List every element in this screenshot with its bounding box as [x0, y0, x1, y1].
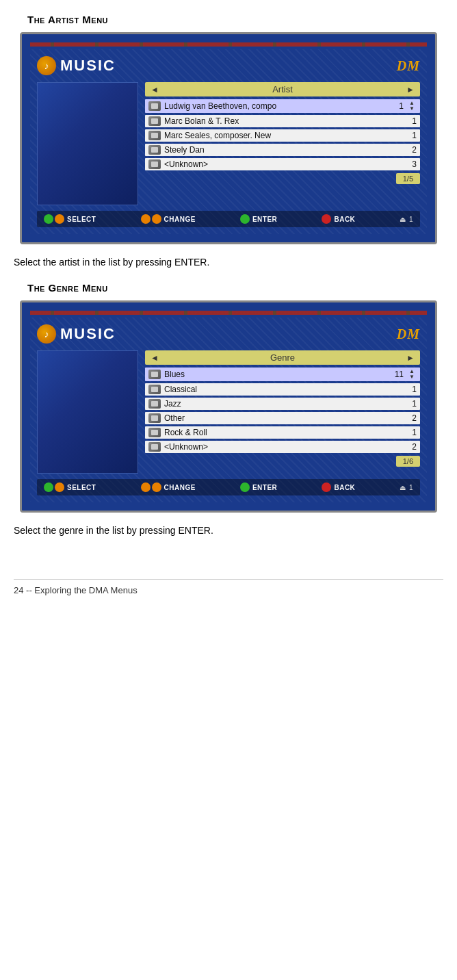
item-count: 1 — [407, 385, 417, 394]
item-count: 1 — [394, 101, 404, 111]
change-control2: CHANGE — [141, 482, 196, 492]
item-icon — [148, 370, 161, 379]
category-label2: Genre — [270, 352, 295, 363]
right-arrow-icon2: ► — [406, 353, 415, 363]
disk-number: 1 — [409, 216, 413, 223]
orange-button4[interactable] — [55, 482, 64, 492]
select-buttons2 — [44, 482, 64, 492]
item-name: Rock & Roll — [164, 428, 404, 437]
screen-background2: ♪ MUSIC DM ◄ Genre ► Blues 11 — [30, 318, 427, 502]
page-indicator-row: 1/5 — [145, 173, 420, 184]
screen-content: ◄ Artist ► Ludwig van Beethoven, compo 1… — [37, 82, 420, 205]
item-name: Blues — [164, 370, 391, 379]
orange-button3[interactable] — [152, 214, 161, 224]
screen-background: ♪ MUSIC DM ◄ Artist ► Ludwig van Beethov… — [30, 49, 427, 234]
orange-button5[interactable] — [141, 482, 151, 492]
list-item[interactable]: Marc Bolan & T. Rex 1 — [145, 115, 420, 127]
list-item[interactable]: Rock & Roll 1 — [145, 426, 420, 439]
music-logo2: ♪ MUSIC — [37, 324, 116, 344]
item-icon — [148, 399, 161, 409]
item-count: 1 — [407, 399, 417, 409]
dm-logo2: DM — [397, 326, 420, 342]
disk-icon: ⏏ — [400, 216, 406, 223]
music-icon2: ♪ — [37, 324, 56, 344]
dm-logo: DM — [397, 58, 420, 74]
top-stripe-decoration2 — [30, 311, 427, 315]
music-logo: ♪ MUSIC — [37, 56, 116, 75]
orange-button[interactable] — [55, 214, 64, 224]
item-icon — [148, 145, 161, 155]
left-arrow-icon: ◄ — [151, 85, 159, 94]
item-count: 2 — [407, 442, 417, 452]
list-item[interactable]: <Unknown> 2 — [145, 441, 420, 453]
album-art-placeholder2 — [37, 350, 138, 474]
disk-control: ⏏ 1 — [400, 216, 413, 223]
enter-button2[interactable] — [240, 482, 250, 492]
disk-control2: ⏏ 1 — [400, 484, 413, 491]
page-indicator2: 1/6 — [396, 456, 420, 467]
back-button2[interactable] — [322, 482, 331, 492]
list-item[interactable]: Blues 11 ▲ ▼ — [145, 368, 420, 381]
list-item[interactable]: Other 2 — [145, 412, 420, 424]
enter-button[interactable] — [240, 214, 250, 224]
music-icon: ♪ — [37, 56, 56, 75]
orange-button2[interactable] — [141, 214, 151, 224]
select-label: SELECT — [67, 216, 96, 223]
orange-button6[interactable] — [152, 482, 161, 492]
category-label: Artist — [272, 84, 293, 94]
list-item[interactable]: Classical 1 — [145, 383, 420, 396]
item-count: 1 — [407, 131, 417, 140]
scroll-indicator2: ▲ ▼ — [407, 369, 417, 380]
item-icon — [148, 101, 161, 111]
screen-content2: ◄ Genre ► Blues 11 ▲ ▼ Classical — [37, 350, 420, 474]
list-item[interactable]: Jazz 1 — [145, 398, 420, 410]
list-item[interactable]: Marc Seales, composer. New 1 — [145, 129, 420, 142]
item-icon — [148, 428, 161, 437]
item-icon — [148, 159, 161, 169]
item-count: 1 — [407, 428, 417, 437]
section2-title: The Genre Menu — [27, 282, 443, 294]
category-bar[interactable]: ◄ Artist ► — [145, 82, 420, 96]
back-label: BACK — [334, 216, 355, 223]
genre-list-panel: ◄ Genre ► Blues 11 ▲ ▼ Classical — [145, 350, 420, 474]
item-icon — [148, 131, 161, 140]
back-control: BACK — [322, 214, 355, 224]
green-button2[interactable] — [44, 482, 53, 492]
music-label: MUSIC — [60, 57, 116, 75]
back-button[interactable] — [322, 214, 331, 224]
top-stripe-decoration — [30, 42, 427, 47]
item-name: <Unknown> — [164, 442, 404, 452]
list-item[interactable]: Ludwig van Beethoven, compo 1 ▲ ▼ — [145, 99, 420, 113]
green-button[interactable] — [44, 214, 53, 224]
item-name: Other — [164, 413, 404, 423]
item-name: Marc Bolan & T. Rex — [164, 116, 404, 126]
change-label: CHANGE — [164, 216, 196, 223]
change-buttons2 — [141, 482, 161, 492]
item-count: 1 — [407, 116, 417, 126]
item-icon — [148, 116, 161, 126]
item-name: Steely Dan — [164, 145, 404, 155]
list-item[interactable]: Steely Dan 2 — [145, 144, 420, 156]
controls-bar2: SELECT CHANGE ENTER BACK ⏏ 1 — [37, 479, 420, 495]
screen-header2: ♪ MUSIC DM — [37, 324, 420, 344]
item-name: Marc Seales, composer. New — [164, 131, 404, 140]
section1-title: The Artist Menu — [27, 14, 443, 25]
change-control: CHANGE — [141, 214, 196, 224]
disk-icon2: ⏏ — [400, 484, 406, 491]
page-indicator: 1/5 — [396, 173, 420, 184]
category-bar2[interactable]: ◄ Genre ► — [145, 350, 420, 365]
change-label2: CHANGE — [164, 484, 196, 491]
controls-bar: SELECT CHANGE ENTER BACK ⏏ 1 — [37, 211, 420, 227]
item-name: <Unknown> — [164, 159, 404, 169]
enter-label: ENTER — [252, 216, 277, 223]
scroll-down-icon: ▼ — [409, 106, 415, 112]
enter-label2: ENTER — [252, 484, 277, 491]
footer: 24 -- Exploring the DMA Menus — [14, 579, 443, 595]
item-count: 2 — [407, 145, 417, 155]
list-item[interactable]: <Unknown> 3 — [145, 158, 420, 170]
item-name: Ludwig van Beethoven, compo — [164, 101, 391, 111]
paragraph2: Select the genre in the list by pressing… — [14, 524, 443, 538]
left-arrow-icon2: ◄ — [151, 353, 159, 363]
enter-control: ENTER — [240, 214, 277, 224]
back-label2: BACK — [334, 484, 355, 491]
